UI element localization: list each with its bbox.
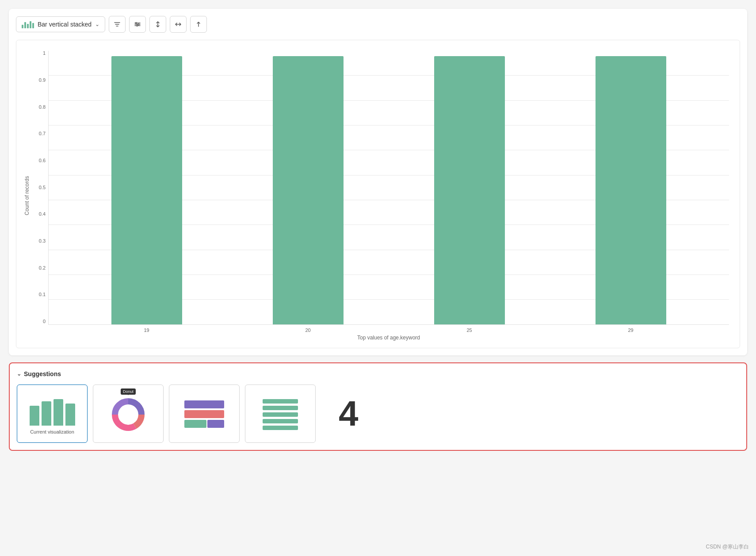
swap-vert-button[interactable] — [149, 16, 166, 33]
y-axis-label: Count of records — [23, 51, 31, 341]
y-tick-0: 0 — [34, 319, 48, 324]
expand-icon — [195, 21, 202, 28]
settings-icon — [134, 21, 141, 28]
thumb-row-2 — [263, 406, 298, 410]
thumb-table — [263, 399, 298, 430]
bar-group-19 — [103, 51, 191, 324]
bar-group-20 — [264, 51, 352, 324]
big-number-display: 4 — [321, 385, 376, 443]
svg-rect-5 — [184, 400, 224, 408]
suggestion-card-current[interactable]: Current visualization — [17, 385, 88, 443]
swap-horiz-icon — [175, 21, 182, 28]
filter-button[interactable] — [109, 16, 126, 33]
chevron-icon: ⌄ — [17, 371, 21, 377]
bars-area — [48, 51, 729, 325]
bar-20 — [273, 56, 344, 324]
thumb-bar-1 — [30, 406, 39, 426]
x-label-19: 19 — [103, 328, 191, 333]
thumb-bar-2 — [42, 401, 51, 426]
toolbar: Bar vertical stacked ⌄ — [16, 16, 740, 33]
chart-type-button[interactable]: Bar vertical stacked ⌄ — [16, 16, 105, 32]
svg-point-1 — [138, 24, 139, 25]
svg-point-4 — [120, 407, 136, 423]
y-tick-02: 0.2 — [34, 266, 48, 270]
bar-29 — [596, 56, 666, 324]
bars-container — [49, 51, 729, 324]
tooltip-indicator: Donut — [121, 388, 136, 395]
y-axis-ticks: 0 0.1 0.2 0.3 0.4 0.5 0.6 0.7 0.8 0.9 1 — [34, 51, 48, 325]
suggestions-header[interactable]: ⌄ Suggestions — [17, 370, 739, 377]
thumb-row-5 — [263, 426, 298, 430]
y-tick-04: 0.4 — [34, 212, 48, 217]
thumb-row-1 — [263, 399, 298, 404]
bar-group-29 — [587, 51, 675, 324]
bar-25 — [434, 56, 505, 324]
thumb-row-3 — [263, 412, 298, 417]
y-tick-01: 0.1 — [34, 292, 48, 297]
suggestion-card-table[interactable] — [245, 385, 316, 443]
suggestion-card-stacked[interactable] — [169, 385, 240, 443]
expand-button[interactable] — [190, 16, 207, 33]
thumb-donut-svg — [111, 397, 146, 432]
filter-icon — [114, 21, 121, 28]
x-axis-title: Top values of age.keyword — [48, 335, 729, 341]
suggestions-title: Suggestions — [24, 370, 61, 377]
y-tick-08: 0.8 — [34, 105, 48, 110]
watermark: CSDN @寒山李白 — [706, 543, 749, 551]
bar-chart-icon — [22, 20, 34, 28]
y-tick-1: 1 — [34, 51, 48, 56]
svg-rect-6 — [184, 410, 224, 418]
bar-19 — [111, 56, 182, 324]
y-tick-03: 0.3 — [34, 239, 48, 244]
chart-container: Count of records 0 0.1 0.2 0.3 0.4 0.5 0… — [16, 40, 740, 348]
suggestions-panel: ⌄ Suggestions Current visualization Donu… — [9, 362, 747, 451]
thumb-stacked-svg — [184, 400, 224, 429]
big-number-value: 4 — [339, 393, 359, 434]
settings-button[interactable] — [129, 16, 146, 33]
chart-canvas: 0 0.1 0.2 0.3 0.4 0.5 0.6 0.7 0.8 0.9 1 — [34, 51, 729, 325]
svg-point-2 — [137, 25, 138, 27]
x-label-20: 20 — [264, 328, 352, 333]
chevron-down-icon: ⌄ — [95, 21, 99, 27]
x-label-25: 25 — [425, 328, 514, 333]
chart-type-label: Bar vertical stacked — [38, 21, 92, 28]
thumb-bar-4 — [65, 404, 75, 426]
svg-rect-7 — [184, 420, 206, 428]
x-label-29: 29 — [587, 328, 675, 333]
suggestions-grid: Current visualization Donut — [17, 385, 739, 443]
y-tick-07: 0.7 — [34, 131, 48, 136]
svg-rect-8 — [207, 420, 224, 428]
x-axis-labels: 19 20 25 29 — [48, 325, 729, 333]
y-tick-06: 0.6 — [34, 158, 48, 163]
thumb-row-4 — [263, 419, 298, 423]
swap-horiz-button[interactable] — [170, 16, 187, 33]
bar-group-25 — [425, 51, 514, 324]
swap-vert-icon — [154, 21, 161, 28]
suggestion-label-current: Current visualization — [30, 429, 74, 434]
y-tick-05: 0.5 — [34, 185, 48, 190]
thumb-bar-3 — [53, 399, 63, 426]
y-tick-09: 0.9 — [34, 78, 48, 83]
suggestion-card-donut[interactable]: Donut — [93, 385, 164, 443]
thumb-bar-vertical — [27, 395, 78, 426]
